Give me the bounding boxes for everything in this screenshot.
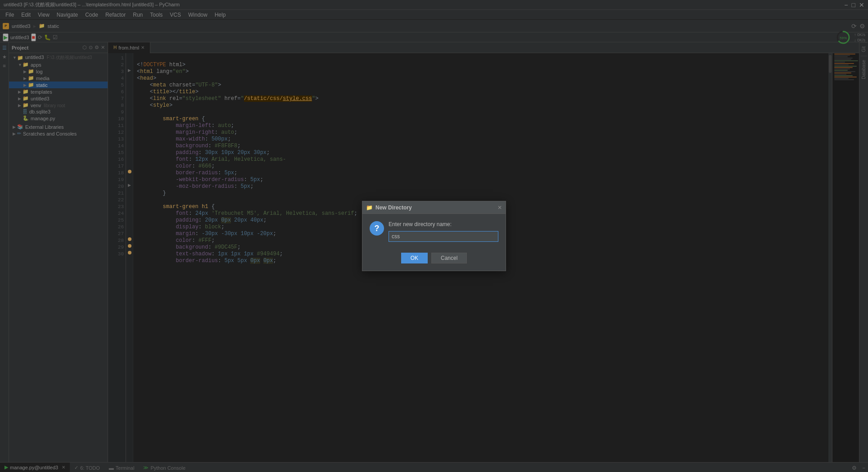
dialog-body: ? Enter new directory name: bbox=[362, 214, 506, 249]
dialog-content: Enter new directory name: bbox=[389, 221, 498, 242]
dialog-buttons: OK Cancel bbox=[362, 249, 506, 271]
dialog-close-button[interactable]: ✕ bbox=[497, 204, 502, 211]
new-directory-dialog: 📁 New Directory ✕ ? Enter new directory … bbox=[362, 201, 506, 271]
dialog-title-label: New Directory bbox=[375, 204, 412, 211]
dialog-overlay: 📁 New Directory ✕ ? Enter new directory … bbox=[0, 0, 868, 472]
dialog-folder-icon: 📁 bbox=[366, 204, 373, 211]
dialog-title-bar: 📁 New Directory ✕ bbox=[362, 201, 506, 214]
dialog-prompt-label: Enter new directory name: bbox=[389, 221, 498, 227]
dialog-directory-input[interactable] bbox=[389, 231, 498, 242]
dialog-ok-button[interactable]: OK bbox=[401, 253, 428, 263]
dialog-question-icon: ? bbox=[370, 221, 384, 236]
dialog-cancel-button[interactable]: Cancel bbox=[431, 253, 467, 263]
dialog-title-text: 📁 New Directory bbox=[366, 204, 412, 211]
